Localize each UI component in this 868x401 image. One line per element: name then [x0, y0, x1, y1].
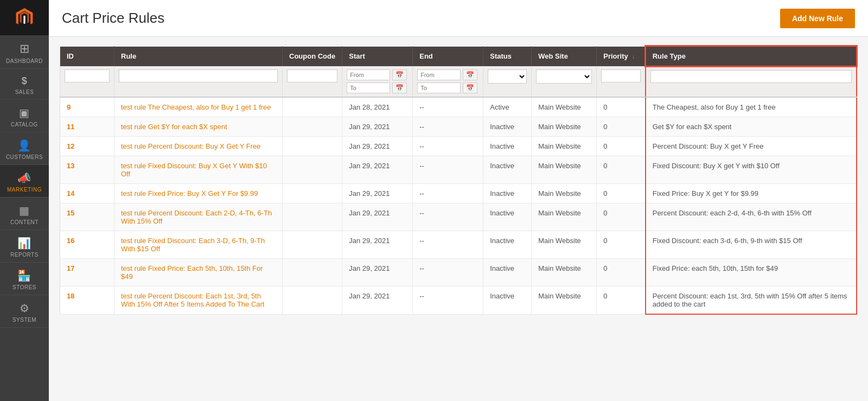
- cell-website: Main Website: [532, 137, 597, 156]
- reports-icon: 📊: [17, 237, 31, 250]
- cell-rule[interactable]: test rule Percent Discount: Each 1st, 3r…: [114, 287, 283, 315]
- sidebar-item-label: MARKETING: [7, 187, 42, 193]
- cell-status: Inactive: [483, 287, 532, 315]
- sidebar-item-customers[interactable]: 👤 CUSTOMERS: [0, 132, 49, 165]
- filter-status-select[interactable]: Active Inactive: [488, 69, 527, 84]
- filter-website-select-wrapper: Main Website: [536, 69, 592, 84]
- stores-icon: 🏪: [17, 269, 31, 282]
- cell-id[interactable]: 13: [60, 156, 114, 184]
- cell-rule[interactable]: test rule Percent Discount: Buy X Get Y …: [114, 137, 283, 156]
- sidebar-item-content[interactable]: ▦ CONTENT: [0, 198, 49, 230]
- cell-id[interactable]: 12: [60, 137, 114, 156]
- main-content: Cart Price Rules Add New Rule ID Rule Co…: [49, 0, 868, 401]
- filter-end-from-row: 📅: [417, 69, 478, 80]
- sidebar-item-reports[interactable]: 📊 REPORTS: [0, 230, 49, 263]
- cell-status: Inactive: [483, 231, 532, 259]
- cell-status: Inactive: [483, 117, 532, 137]
- cell-rule[interactable]: test rule Percent Discount: Each 2-D, 4-…: [114, 203, 283, 231]
- cell-rule-type: Get $Y for each $X spent: [646, 117, 857, 137]
- table-row[interactable]: 12test rule Percent Discount: Buy X Get …: [60, 137, 857, 156]
- cell-end: --: [413, 203, 483, 231]
- catalog-icon: ▣: [19, 106, 30, 119]
- col-header-rule: Rule: [114, 46, 283, 66]
- cell-status: Inactive: [483, 156, 532, 184]
- table-row[interactable]: 9test rule The Cheapest, also for Buy 1 …: [60, 97, 857, 117]
- cell-rule[interactable]: test rule Fixed Discount: Each 3-D, 6-Th…: [114, 231, 283, 259]
- filter-start-to-input[interactable]: [347, 82, 390, 93]
- table-row[interactable]: 11test rule Get $Y for each $X spentJan …: [60, 117, 857, 137]
- filter-start-from-row: 📅: [347, 69, 408, 80]
- filter-priority-input[interactable]: [601, 69, 641, 82]
- cell-start: Jan 29, 2021: [342, 156, 413, 184]
- cell-rule[interactable]: test rule Get $Y for each $X spent: [114, 117, 283, 137]
- cell-rule[interactable]: test rule The Cheapest, also for Buy 1 g…: [114, 97, 283, 117]
- cell-id[interactable]: 14: [60, 184, 114, 203]
- cell-end: --: [413, 287, 483, 315]
- content-icon: ▦: [19, 204, 30, 217]
- sidebar-item-catalog[interactable]: ▣ CATALOG: [0, 100, 49, 132]
- cell-rule-type: Fixed Discount: each 3-d, 6-th, 9-th wit…: [646, 231, 857, 259]
- cell-id[interactable]: 16: [60, 231, 114, 259]
- filter-status-cell: Active Inactive: [483, 66, 532, 97]
- cell-priority: 0: [597, 97, 646, 117]
- filter-end-from-input[interactable]: [417, 69, 461, 80]
- sidebar-item-sales[interactable]: $ SALES: [0, 69, 49, 100]
- cell-website: Main Website: [532, 156, 597, 184]
- cell-coupon: [283, 203, 342, 231]
- cell-website: Main Website: [532, 117, 597, 137]
- filter-start-from-calendar-button[interactable]: 📅: [392, 69, 407, 80]
- cell-start: Jan 29, 2021: [342, 137, 413, 156]
- cell-rule[interactable]: test rule Fixed Price: Buy X Get Y For $…: [114, 184, 283, 203]
- cell-rule[interactable]: test rule Fixed Discount: Buy X Get Y Wi…: [114, 156, 283, 184]
- filter-end-to-input[interactable]: [417, 82, 461, 93]
- table-row[interactable]: 15test rule Percent Discount: Each 2-D, …: [60, 203, 857, 231]
- customers-icon: 👤: [17, 139, 31, 152]
- filter-start-from-input[interactable]: [347, 69, 390, 80]
- priority-label: Priority: [603, 52, 628, 60]
- sidebar-item-dashboard[interactable]: ⊞ DASHBOARD: [0, 35, 49, 69]
- sidebar-item-system[interactable]: ⚙ SYSTEM: [0, 295, 49, 328]
- sidebar-logo: [0, 0, 49, 35]
- filter-id-input[interactable]: [65, 69, 110, 82]
- add-new-rule-button[interactable]: Add New Rule: [780, 9, 855, 28]
- filter-rule-type-input[interactable]: [650, 70, 852, 83]
- cell-rule[interactable]: test rule Fixed Price: Each 5th, 10th, 1…: [114, 259, 283, 287]
- sidebar-item-label: CUSTOMERS: [6, 154, 43, 160]
- filter-end-to-calendar-button[interactable]: 📅: [463, 82, 477, 93]
- table-container: ID Rule Coupon Code Start End Status Web…: [49, 37, 868, 401]
- sidebar-item-marketing[interactable]: 📣 MARKETING: [0, 165, 49, 198]
- filter-coupon-input[interactable]: [287, 69, 337, 82]
- cell-rule-type: Fixed Price: each 5th, 10th, 15th for $4…: [646, 259, 857, 287]
- sidebar-item-stores[interactable]: 🏪 STORES: [0, 263, 49, 295]
- cell-priority: 0: [597, 203, 646, 231]
- filter-website-select[interactable]: Main Website: [536, 69, 592, 84]
- table-row[interactable]: 17test rule Fixed Price: Each 5th, 10th,…: [60, 259, 857, 287]
- filter-rule-input[interactable]: [119, 69, 278, 82]
- sidebar-item-label: CONTENT: [10, 219, 39, 225]
- table-row[interactable]: 14test rule Fixed Price: Buy X Get Y For…: [60, 184, 857, 203]
- cell-id[interactable]: 15: [60, 203, 114, 231]
- table-row[interactable]: 18test rule Percent Discount: Each 1st, …: [60, 287, 857, 315]
- cell-id[interactable]: 9: [60, 97, 114, 117]
- sidebar-item-label: SALES: [15, 89, 34, 95]
- table-row[interactable]: 16test rule Fixed Discount: Each 3-D, 6-…: [60, 231, 857, 259]
- table-header-row: ID Rule Coupon Code Start End Status Web…: [60, 46, 857, 66]
- cell-id[interactable]: 18: [60, 287, 114, 315]
- col-header-rule-type: Rule Type: [646, 46, 857, 66]
- cell-priority: 0: [597, 231, 646, 259]
- col-header-priority: Priority ↓: [597, 46, 646, 66]
- filter-start-to-calendar-button[interactable]: 📅: [392, 82, 407, 93]
- cell-start: Jan 28, 2021: [342, 97, 413, 117]
- cell-end: --: [413, 117, 483, 137]
- cell-priority: 0: [597, 117, 646, 137]
- filter-end-to-row: 📅: [417, 82, 478, 93]
- cell-id[interactable]: 17: [60, 259, 114, 287]
- col-header-start: Start: [342, 46, 413, 66]
- cell-end: --: [413, 259, 483, 287]
- table-row[interactable]: 13test rule Fixed Discount: Buy X Get Y …: [60, 156, 857, 184]
- filter-rule-cell: [114, 66, 283, 97]
- filter-end-from-calendar-button[interactable]: 📅: [463, 69, 477, 80]
- cell-id[interactable]: 11: [60, 117, 114, 137]
- filter-start-date-group: 📅 📅: [347, 69, 408, 93]
- cell-rule-type: Percent Discount: Buy X get Y Free: [646, 137, 857, 156]
